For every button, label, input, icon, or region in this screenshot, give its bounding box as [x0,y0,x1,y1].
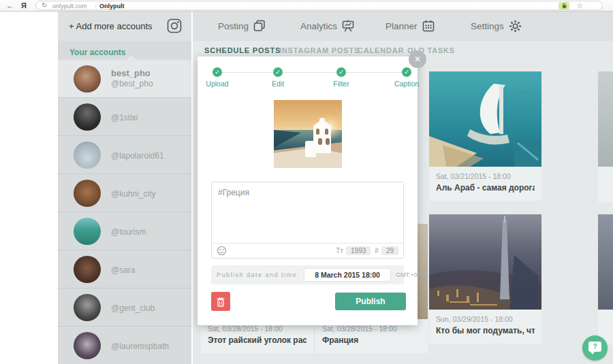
url-domain: onlypult.com [52,2,87,10]
post-caption: Франция [322,335,421,345]
top-nav: Posting Analytics Planner [193,12,613,41]
tab-schedule-posts[interactable]: SCHEDULE POSTS [204,46,281,54]
post-caption: Аль Араб - самая дорогая г [436,183,535,193]
caption-input[interactable] [212,182,403,244]
avatar [74,65,101,93]
hashtag-counter-value: 29 [381,246,398,255]
caption-editor: Tт 1993 # 29 [211,182,404,259]
account-item[interactable]: @1stixi [58,98,191,136]
yandex-browser-icon[interactable]: Я [21,1,27,11]
post-date: Sat, 03/21/2015 - 18:00 [436,172,535,180]
avatar [74,142,101,169]
account-handle: @tourism [111,227,146,237]
tab-calendar[interactable]: CALENDAR [358,46,404,54]
step-edit-label[interactable]: Edit [251,80,305,88]
lock-icon [559,2,569,10]
post-card[interactable]: Sat, 03/21/2015 - 18:00 Аль Араб - самая… [429,71,541,201]
accounts-sidebar: Your accounts best_pho @best_pho @1stixi… [58,41,191,364]
char-counter-value: 1993 [346,246,371,255]
avatar [74,294,101,321]
account-handle: @kuhni_city [111,189,156,199]
post-card-partial[interactable] [598,71,613,202]
avatar [74,180,101,207]
step-upload-label[interactable]: Upload [190,80,245,88]
chat-question-icon: ? [588,342,601,352]
post-editor-modal: ✕ ✓ ✓ ✓ ✓ Upload Edit Filter Caption [198,56,418,325]
selected-notch [126,55,137,60]
browser-back-icon[interactable]: ← [6,1,14,11]
account-handle: @1stixi [111,113,138,122]
trash-icon [216,297,225,307]
post-photo-burj-al-arab [429,71,541,167]
steps-connector [217,72,407,73]
step-filter-label[interactable]: Filter [314,80,368,88]
page-title: Onlypult [99,2,125,10]
nav-analytics-label: Analytics [300,21,337,31]
post-photo [598,214,613,310]
account-item[interactable]: @sara [58,250,191,288]
account-handle: @best_pho [111,79,153,88]
post-meta [598,167,613,202]
timezone-label: GMT:+0300 [396,271,428,278]
post-photo [598,71,613,167]
nav-posting[interactable]: Posting [218,20,266,32]
avatar [74,218,101,245]
post-card-partial[interactable] [598,214,613,345]
step-upload-check-icon: ✓ [213,67,222,77]
avatar [74,332,101,359]
address-bar[interactable]: ↻ onlypult.com › Onlypult ☆ [35,1,603,10]
step-filter-check-icon: ✓ [336,67,346,77]
publish-datetime-row: Publish date and time: GMT:+0300 [211,265,404,284]
close-icon[interactable]: ✕ [409,50,426,68]
account-handle: @lapolaroid61 [111,151,164,161]
tab-instagram-posts[interactable]: INSTAGRAM POSTS [279,46,360,54]
emoji-icon[interactable] [217,246,227,256]
nav-planner-label: Planner [386,21,418,31]
step-edit-check-icon: ✓ [273,67,283,77]
step-caption-check-icon: ✓ [402,67,411,77]
add-accounts-label: + Add more accounts [69,21,153,31]
post-caption: Этот райский уголок распо [208,335,306,345]
post-photo-dubai-aerial [429,214,541,310]
post-photo-preview [274,100,342,168]
post-date: Sun, 03/29/2015 - 18:00 [436,315,535,323]
bookmark-star-icon[interactable]: ☆ [576,1,583,10]
nav-analytics[interactable]: Analytics [300,20,354,32]
post-caption: Кто бы мог подумать, что [436,326,535,335]
post-card[interactable]: Sun, 03/29/2015 - 18:00 Кто бы мог подум… [429,214,541,344]
account-handle: @lauremspbath [111,342,169,351]
account-item[interactable]: @lauremspbath [58,327,191,364]
hashtag-counter-label: # [375,247,379,254]
presentation-icon [342,20,354,32]
nav-planner[interactable]: Planner [386,20,435,32]
avatar [74,256,101,283]
char-counter-label: Tт [336,247,343,254]
account-item[interactable]: @lapolaroid61 [58,136,191,174]
publish-datetime-input[interactable] [304,268,391,282]
account-item[interactable]: @kuhni_city [58,174,191,212]
add-more-accounts-button[interactable]: + Add more accounts [58,12,191,41]
post-date: Sat, 03/28/2015 - 18:00 [208,325,306,333]
url-separator: › [95,2,97,10]
secure-badge[interactable] [559,2,569,10]
account-handle: @sara [111,265,136,275]
step-caption-label[interactable]: Caption [379,80,434,88]
layers-icon [253,20,266,32]
nav-settings[interactable]: Settings [471,20,522,33]
account-item-best-pho[interactable]: best_pho @best_pho [58,60,191,98]
caption-toolbar: Tт 1993 # 29 [212,243,403,258]
account-name: best_pho [111,68,151,78]
screen: ← Я ↻ onlypult.com › Onlypult ☆ + Add mo… [0,0,613,364]
gear-icon [509,20,522,33]
support-chat-button[interactable]: ? [582,335,608,361]
nav-posting-label: Posting [218,21,249,31]
refresh-icon[interactable]: ↻ [42,1,47,10]
post-date: Sat, 03/28/2015 - 18:00 [322,325,421,333]
sidebar-title: Your accounts [69,48,125,57]
browser-bar: ← Я ↻ onlypult.com › Onlypult ☆ [0,0,613,12]
avatar [74,103,101,131]
publish-button[interactable]: Publish [335,293,406,310]
delete-button[interactable] [211,292,230,311]
account-item[interactable]: @gent_club [58,288,191,327]
account-item[interactable]: @tourism [58,212,191,250]
